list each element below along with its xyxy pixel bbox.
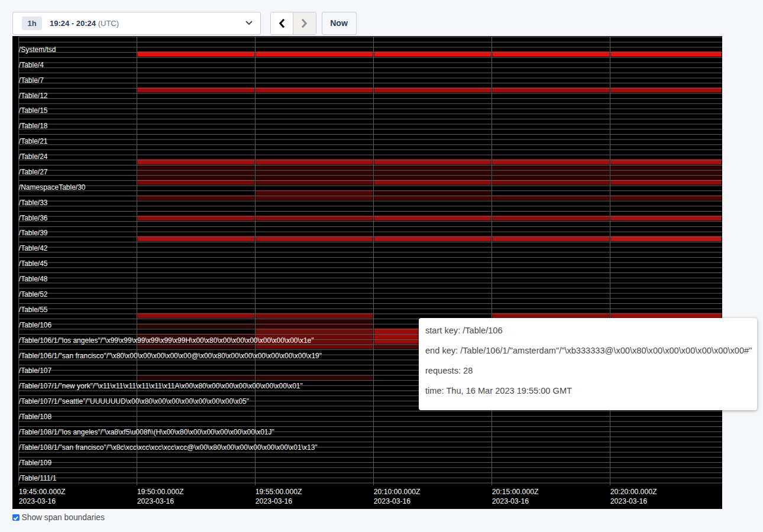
svg-text:/Table/107/1/"new york"/"\x11\: /Table/107/1/"new york"/"\x11\x11\x11\x1… bbox=[19, 382, 303, 390]
svg-text:19:45:00.000Z: 19:45:00.000Z bbox=[19, 487, 66, 495]
svg-text:/Table/106/1/"los angeles"/"\x: /Table/106/1/"los angeles"/"\x99\x99\x99… bbox=[19, 336, 314, 344]
svg-text:/Table/4: /Table/4 bbox=[19, 60, 44, 69]
svg-text:2023-03-16: 2023-03-16 bbox=[256, 497, 293, 505]
svg-text:/Table/55: /Table/55 bbox=[19, 305, 48, 313]
svg-text:/Table/21: /Table/21 bbox=[19, 137, 48, 145]
svg-text:/Table/107/1/"seattle"/"UUUUUU: /Table/107/1/"seattle"/"UUUUUUD\x00\x80\… bbox=[19, 397, 249, 406]
svg-text:/Table/108: /Table/108 bbox=[19, 413, 52, 421]
svg-text:2023-03-16: 2023-03-16 bbox=[137, 497, 174, 505]
svg-text:/Table/45: /Table/45 bbox=[19, 259, 48, 268]
svg-text:/Table/107: /Table/107 bbox=[19, 366, 52, 375]
svg-text:/Table/106: /Table/106 bbox=[19, 320, 52, 329]
svg-text:/Table/33: /Table/33 bbox=[19, 198, 48, 206]
svg-text:/Table/48: /Table/48 bbox=[19, 275, 48, 283]
svg-text:2023-03-16: 2023-03-16 bbox=[492, 497, 529, 505]
svg-text:/Table/108/1/"san francisco"/": /Table/108/1/"san francisco"/"\x8c\xcc\x… bbox=[19, 443, 318, 451]
svg-text:/Table/18: /Table/18 bbox=[19, 122, 48, 130]
svg-text:2023-03-16: 2023-03-16 bbox=[19, 497, 56, 505]
svg-text:/Table/36: /Table/36 bbox=[19, 213, 48, 222]
svg-text:/Table/109: /Table/109 bbox=[19, 458, 52, 466]
svg-text:/Table/15: /Table/15 bbox=[19, 106, 48, 115]
svg-text:/Table/24: /Table/24 bbox=[19, 153, 48, 161]
svg-text:2023-03-16: 2023-03-16 bbox=[374, 497, 411, 505]
svg-text:20:15:00.000Z: 20:15:00.000Z bbox=[492, 487, 539, 495]
svg-text:/Table/42: /Table/42 bbox=[19, 244, 48, 252]
svg-text:/Table/39: /Table/39 bbox=[19, 229, 48, 237]
svg-text:/Table/27: /Table/27 bbox=[19, 167, 48, 176]
svg-text:20:10:00.000Z: 20:10:00.000Z bbox=[374, 487, 421, 495]
svg-text:19:55:00.000Z: 19:55:00.000Z bbox=[256, 487, 302, 495]
svg-text:/Table/108/1/"los angeles"/"\x: /Table/108/1/"los angeles"/"\xa8\xf5\u00… bbox=[19, 427, 274, 436]
svg-text:19:50:00.000Z: 19:50:00.000Z bbox=[137, 487, 184, 495]
svg-text:2023-03-16: 2023-03-16 bbox=[610, 497, 648, 505]
svg-text:/Table/106/1/"san francisco"/": /Table/106/1/"san francisco"/"\x80\x00\x… bbox=[19, 351, 322, 359]
svg-text:/Table/52: /Table/52 bbox=[19, 290, 48, 298]
svg-text:/Table/12: /Table/12 bbox=[19, 91, 48, 99]
svg-text:/NamespaceTable/30: /NamespaceTable/30 bbox=[19, 183, 86, 191]
svg-text:20:20:00.000Z: 20:20:00.000Z bbox=[610, 487, 657, 495]
svg-text:/System/tsd: /System/tsd bbox=[19, 45, 56, 53]
svg-text:/Table/7: /Table/7 bbox=[19, 76, 44, 84]
svg-text:/Table/111/1: /Table/111/1 bbox=[19, 473, 57, 482]
